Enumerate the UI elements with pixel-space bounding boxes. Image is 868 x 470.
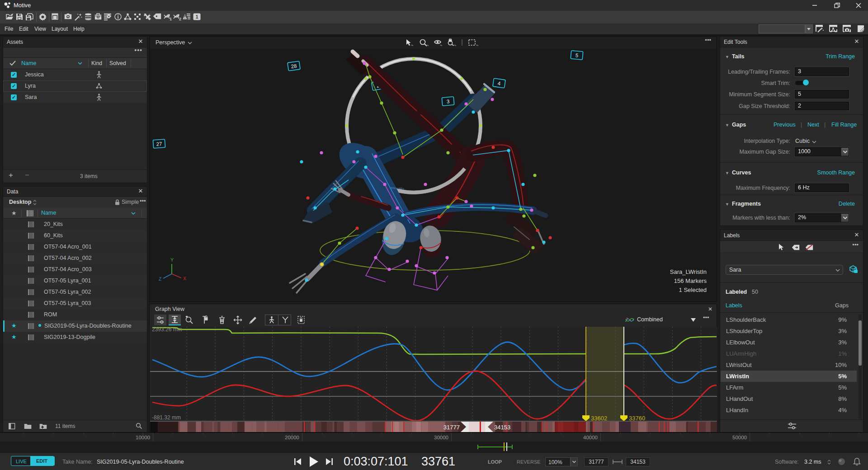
svg-text:2: 2 [179, 17, 181, 21]
svg-text:1: 1 [170, 17, 172, 21]
svg-text:28: 28 [291, 63, 297, 70]
svg-text:31777: 31777 [443, 424, 460, 431]
svg-text:2393.26 mm: 2393.26 mm [152, 327, 182, 333]
svg-text:Y: Y [170, 257, 174, 263]
svg-text:3: 3 [446, 99, 449, 104]
svg-text:34153: 34153 [494, 424, 510, 431]
svg-text:X: X [183, 276, 186, 281]
svg-text:Sara_LWristIn: Sara_LWristIn [670, 268, 707, 275]
svg-text:156 Markers: 156 Markers [674, 277, 707, 284]
svg-text:27: 27 [156, 141, 162, 147]
svg-text:Z: Z [159, 276, 162, 282]
svg-text:1: 1 [195, 14, 198, 19]
svg-text:5: 5 [575, 52, 578, 58]
svg-text:-881.32 mm: -881.32 mm [152, 414, 181, 421]
svg-text:33602: 33602 [591, 415, 607, 422]
svg-text:1 Selected: 1 Selected [679, 287, 707, 293]
svg-text:33760: 33760 [629, 415, 645, 422]
